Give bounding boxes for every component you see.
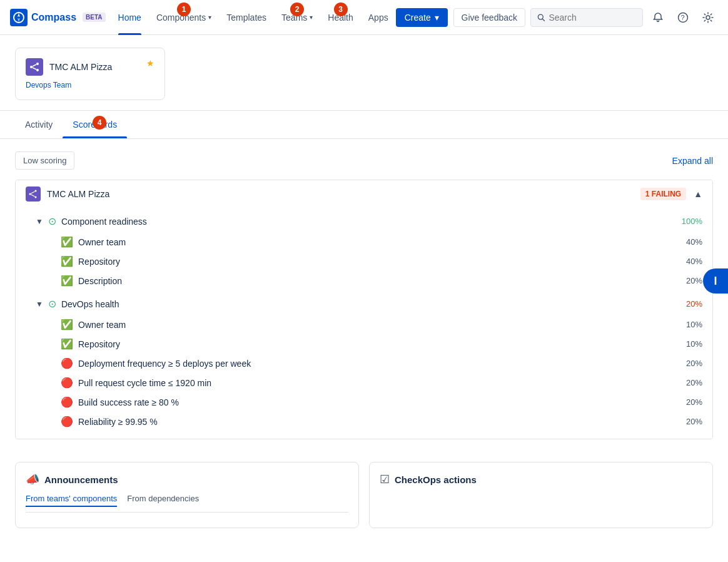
pass-icon-1: ✅ [61,236,73,248]
nav-right: Give feedback ? [453,8,719,28]
criteria-name-desc: Description [78,276,122,286]
star-icon: ★ [146,58,154,68]
criteria-name-reliability: Reliability ≥ 99.95 % [78,417,158,427]
scorecard-group-left: TMC ALM Pizza [26,186,109,202]
criteria-name-pull: Pull request cycle time ≤ 1920 min [78,378,211,388]
notifications-button[interactable] [648,8,668,28]
scorecard-group-right: 1 FAILING ▲ [640,188,702,200]
svg-line-12 [33,64,36,66]
criteria-score-devops: 20% [686,299,702,309]
fail-icon-4: 🔴 [61,416,73,427]
criteria-group-left: ▼ ⊙ Component readiness [36,215,147,227]
criteria-group-header-devops[interactable]: ▼ ⊙ DevOps health 20% [16,293,712,315]
criteria-name-deploy: Deployment frequency ≥ 5 deploys per wee… [78,359,251,369]
topnav: Compass BETA Home Components ▾ 1 Templat… [0,0,728,35]
criteria-item-owner-team-2: ✅ Owner team 10% [16,315,712,334]
criteria-score-owner-1: 40% [686,237,702,247]
criteria-item-owner-team-1: ✅ Owner team 40% [16,232,712,252]
compass-logo-icon [10,9,28,26]
criteria-item-build-success: 🔴 Build success rate ≥ 80 % 20% [16,392,712,412]
criteria-name-owner-1: Owner team [78,237,126,247]
tab-activity[interactable]: Activity [15,111,63,138]
announcements-tab-deps[interactable]: From dependencies [127,494,199,507]
announcements-title: Announcements [44,474,118,485]
search-input[interactable] [549,13,636,23]
criteria-name-repo-2: Repository [78,339,120,349]
criteria-group-name-devops: DevOps health [61,299,119,309]
nav-teams-wrapper: Teams ▾ 2 [274,0,320,35]
criteria-group-chevron-devops-icon: ▼ [36,300,43,309]
create-chevron-icon: ▾ [435,13,439,23]
criteria-score-owner-2: 10% [686,320,702,329]
search-box[interactable] [530,8,643,27]
failing-badge: 1 FAILING [640,188,686,200]
criteria-score-pull: 20% [686,378,702,387]
tabs: Activity Scorecards [15,111,713,138]
right-floating-button[interactable]: I [703,268,728,294]
criteria-item-repo-1: ✅ Repository 40% [16,252,712,271]
checkops-title: CheckOps actions [395,474,477,485]
right-circle-icon: I [714,275,717,288]
main-content: TMC ALM Pizza ★ Devops Team 4 Activity S… [0,35,728,543]
tutorial-badge-1[interactable]: 1 [177,3,191,16]
criteria-group-name-readiness: Component readiness [61,217,147,227]
svg-text:?: ? [681,14,685,21]
component-card-section: TMC ALM Pizza ★ Devops Team [0,35,728,111]
criteria-group-left-devops: ▼ ⊙ DevOps health [36,298,119,310]
nav-components-wrapper: Components ▾ 1 [149,0,219,35]
expand-all-button[interactable]: Expand all [672,156,713,166]
svg-point-14 [35,190,37,192]
svg-point-16 [35,197,37,198]
collapse-icon: ▲ [694,189,702,199]
announcements-tab-teams[interactable]: From teams' components [26,494,117,507]
criteria-score-desc: 20% [686,276,702,285]
scorecard-group-header[interactable]: TMC ALM Pizza 1 FAILING ▲ [16,180,712,208]
criteria-check-icon-readiness: ⊙ [48,215,56,227]
scorecard-group-name: TMC ALM Pizza [47,189,109,199]
checkops-icon: ☑ [380,473,390,486]
nav-templates[interactable]: Templates [219,0,274,35]
component-name: TMC ALM Pizza [49,62,112,72]
criteria-score-repo-2: 10% [686,339,702,349]
criteria-item-deploy-freq: 🔴 Deployment frequency ≥ 5 deploys per w… [16,354,712,373]
pass-icon-3: ✅ [61,275,73,287]
criteria-group-component-readiness: ▼ ⊙ Component readiness 100% ✅ Owner tea… [16,210,712,290]
criteria-score-reliability: 20% [686,417,702,426]
help-button[interactable]: ? [673,8,693,28]
pass-icon-5: ✅ [61,338,73,350]
settings-button[interactable] [698,8,718,28]
svg-point-15 [29,193,31,195]
component-card[interactable]: TMC ALM Pizza ★ Devops Team [15,48,165,100]
svg-line-5 [542,19,544,21]
svg-line-17 [31,192,35,193]
tutorial-badge-4[interactable]: 4 [93,116,106,130]
nav-home[interactable]: Home [111,0,149,35]
gear-icon [702,12,714,23]
tutorial-badge-3[interactable]: 3 [334,3,348,16]
criteria-check-icon-devops: ⊙ [48,298,56,310]
feedback-button[interactable]: Give feedback [453,8,526,27]
criteria-item-reliability: 🔴 Reliability ≥ 99.95 % 20% [16,412,712,431]
criteria-group-devops-health: ▼ ⊙ DevOps health 20% ✅ Owner team 10% [16,293,712,431]
svg-rect-0 [10,9,28,26]
pass-icon-4: ✅ [61,319,73,330]
criteria-score-build: 20% [686,397,702,407]
nav-items: Home Components ▾ 1 Templates Teams ▾ 2 [111,0,453,35]
criteria-item-pull-request: 🔴 Pull request cycle time ≤ 1920 min 20% [16,373,712,392]
criteria-item-desc-1: ✅ Description 20% [16,271,712,290]
nav-apps[interactable]: Apps [361,0,396,35]
low-scoring-filter[interactable]: Low scoring [15,151,74,170]
create-button[interactable]: Create ▾ [396,8,448,27]
checkops-header: ☑ CheckOps actions [380,473,702,486]
tutorial-badge-2[interactable]: 2 [290,3,304,16]
logo[interactable]: Compass BETA [10,9,106,26]
fail-icon-1: 🔴 [61,357,73,369]
scorecard-section: Low scoring Expand all TMC AL [0,139,728,462]
announcements-card: 📣 Announcements From teams' components F… [15,462,359,528]
criteria-group-header-readiness[interactable]: ▼ ⊙ Component readiness 100% [16,210,712,232]
bell-icon [652,12,664,23]
svg-line-18 [31,195,35,197]
tabs-section: 4 Activity Scorecards [0,111,728,139]
criteria-item-repo-2: ✅ Repository 10% [16,334,712,354]
teams-chevron-icon: ▾ [310,14,313,21]
